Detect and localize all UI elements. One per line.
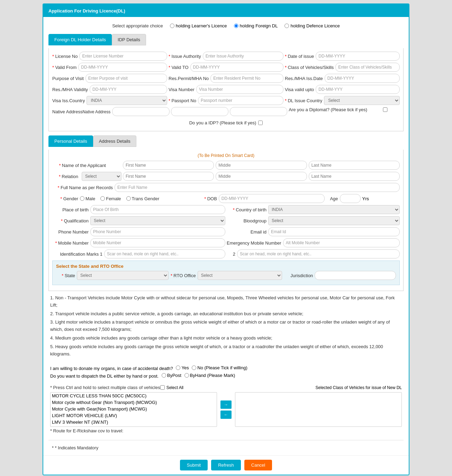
- vehicle-option-2[interactable]: Motor Cycle with Gear(Non Transport) (MC…: [51, 406, 217, 412]
- tab-address-details[interactable]: Address Details: [93, 135, 136, 147]
- relation-name-inputs: [123, 172, 400, 181]
- vehicle-option-0[interactable]: MOTOR CYCLE LESS THAN 50CC (MC50CC): [51, 393, 217, 399]
- email-input[interactable]: [268, 227, 400, 236]
- native-address-input2[interactable]: [171, 107, 228, 116]
- cancel-button[interactable]: Cancel: [244, 460, 272, 470]
- date-issue-input[interactable]: [316, 52, 400, 61]
- select-all-checkbox[interactable]: [160, 385, 165, 390]
- gender-trans-radio[interactable]: [126, 194, 131, 203]
- visa-number-input[interactable]: [196, 85, 283, 94]
- license-no-input[interactable]: [79, 52, 167, 61]
- tab-foreign-dl[interactable]: Foreign DL Holder Details: [48, 34, 112, 45]
- relation-last-input[interactable]: [309, 172, 400, 181]
- smart-card-note: (To Be Printed On Smart Card): [52, 153, 400, 158]
- gender-male-radio[interactable]: [80, 194, 84, 203]
- radio-foreign-input[interactable]: [234, 24, 238, 28]
- dl-issue-country-select[interactable]: Select: [324, 96, 400, 105]
- native-address-input3[interactable]: [230, 107, 287, 116]
- res-mha-validity-group: Res./MHA Validity: [52, 85, 167, 94]
- dispatch-hand-radio[interactable]: [184, 373, 189, 378]
- gender-male[interactable]: Male: [80, 194, 97, 203]
- vehicle-header-row: * Press Ctrl and hold to select multiple…: [50, 385, 402, 390]
- full-name-input[interactable]: [115, 183, 400, 192]
- state-select[interactable]: Select: [77, 271, 169, 280]
- mobile-input[interactable]: [90, 238, 225, 247]
- submit-button[interactable]: Submit: [180, 460, 208, 470]
- relation-middle-input[interactable]: [216, 172, 307, 181]
- dl-row-3: Purpose of Visit Res.Permit/MHA No Res./…: [52, 74, 400, 83]
- vehicle-option-1[interactable]: Motor cycle without Gear (Non Transport)…: [51, 399, 217, 406]
- gender-female-radio[interactable]: [100, 194, 105, 203]
- transfer-left-button[interactable]: ←: [220, 411, 232, 419]
- valid-to-input[interactable]: [190, 63, 283, 72]
- vehicle-option-4[interactable]: LMV 3 Wheeler NT (3W.NT): [51, 419, 217, 425]
- jurisdiction-label: Jurisdiction: [283, 273, 315, 278]
- passport-no-input[interactable]: [198, 96, 283, 105]
- place-birth-label: Place of birth: [52, 207, 90, 212]
- visa-country-select[interactable]: INDIA: [87, 96, 167, 105]
- note-5: 5. Heavy goods vehicle includes any good…: [50, 343, 402, 358]
- age-input[interactable]: [340, 194, 361, 203]
- purpose-visit-input[interactable]: [85, 74, 167, 83]
- dispatch-post-label[interactable]: ByPost: [162, 373, 181, 378]
- organ-no-label[interactable]: No (Please Tick if willing): [192, 365, 247, 370]
- first-name-input[interactable]: [123, 161, 214, 170]
- radio-learner-input[interactable]: [170, 24, 174, 28]
- res-permit-label: Res.Permit/MHA No: [169, 76, 210, 81]
- id-marks-1-label: Identification Marks 1: [52, 252, 104, 257]
- tab-personal-details[interactable]: Personal Details: [48, 135, 93, 147]
- middle-name-input[interactable]: [216, 161, 307, 170]
- bloodgroup-select[interactable]: Select: [268, 216, 400, 225]
- dob-input[interactable]: [219, 194, 325, 203]
- native-address-input1[interactable]: [112, 107, 170, 116]
- res-mha-validity-input[interactable]: [90, 85, 167, 94]
- rto-office-cell: * RTO Office Select: [170, 271, 282, 280]
- selected-vehicle-list[interactable]: [235, 392, 402, 427]
- relation-select[interactable]: Select: [82, 172, 121, 181]
- id-marks-2-input[interactable]: [237, 249, 400, 258]
- qualification-select[interactable]: Select: [90, 216, 225, 225]
- radio-defence-input[interactable]: [284, 24, 289, 28]
- dispatch-label: Do you want to dispatch the DL either by…: [50, 373, 159, 379]
- refresh-button[interactable]: Refresh: [211, 460, 241, 470]
- country-birth-cell: * Country of birth INDIA: [227, 205, 400, 214]
- radio-learner[interactable]: holding Learner's Licence: [170, 23, 227, 28]
- idp-checkbox[interactable]: [258, 121, 263, 125]
- last-name-input[interactable]: [309, 161, 400, 170]
- country-birth-select[interactable]: INDIA: [268, 205, 400, 214]
- id-marks-1-input[interactable]: [104, 249, 225, 258]
- vehicle-list-select[interactable]: MOTOR CYCLE LESS THAN 50CC (MC50CC) Moto…: [50, 392, 217, 427]
- organ-yes-label[interactable]: Yes: [176, 365, 189, 370]
- organ-no-radio[interactable]: [192, 365, 196, 370]
- tab-idp-details[interactable]: IDP Details: [112, 34, 146, 45]
- rto-office-select[interactable]: Select: [198, 271, 282, 280]
- place-birth-cell: Place of birth: [52, 205, 225, 214]
- res-permit-input[interactable]: [210, 74, 283, 83]
- gender-female[interactable]: Female: [100, 194, 123, 203]
- jurisdiction-input[interactable]: [315, 271, 396, 280]
- class-vehicles-input[interactable]: [335, 63, 400, 72]
- organ-donation-label: I am willing to donate my organs, in cas…: [50, 366, 173, 371]
- organ-yes-radio[interactable]: [176, 365, 180, 370]
- diplomat-checkbox[interactable]: [371, 107, 400, 112]
- valid-from-input[interactable]: [78, 63, 167, 72]
- visa-valid-input[interactable]: [316, 85, 400, 94]
- full-name-row: * Full Name as per Records: [52, 183, 400, 192]
- vehicle-option-3[interactable]: LIGHT MOTOR VEHICLE (LMV): [51, 412, 217, 419]
- res-iss-date-input[interactable]: [325, 74, 400, 83]
- bloodgroup-cell: Bloodgroup Select: [227, 216, 400, 225]
- emergency-mobile-input[interactable]: [283, 238, 400, 247]
- relation-first-input[interactable]: [123, 172, 214, 181]
- issue-authority-input[interactable]: [203, 52, 283, 61]
- mandatory-note: * * Indicates Mandatory: [48, 444, 404, 452]
- radio-defence[interactable]: holding Defence Licence: [284, 23, 340, 28]
- dispatch-post-radio[interactable]: [162, 373, 166, 378]
- dispatch-hand-label[interactable]: ByHand (Please Mark): [184, 373, 235, 378]
- place-birth-input[interactable]: [90, 205, 225, 214]
- radio-foreign[interactable]: holding Foreign DL: [234, 23, 278, 28]
- foreign-dl-panel: * License No * Issue Authority * Date of…: [48, 48, 404, 131]
- transfer-right-button[interactable]: →: [220, 400, 232, 409]
- phone-input[interactable]: [90, 227, 225, 236]
- class-vehicles-group: * Class of Vehicles/Skills: [285, 63, 400, 72]
- gender-trans[interactable]: Trans Gender: [126, 194, 161, 203]
